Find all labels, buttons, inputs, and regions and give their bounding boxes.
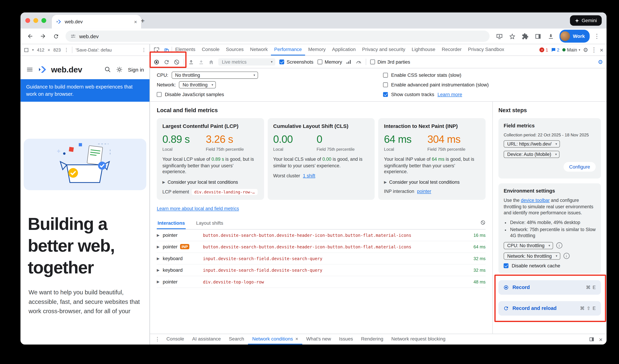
drawer-tab-network-conditions[interactable]: Network conditions× (248, 334, 302, 344)
interaction-node-link[interactable]: input.devsite-search-field.devsite-searc… (203, 267, 463, 272)
sign-in-link[interactable]: Sign in (128, 67, 144, 73)
memory-checkbox[interactable]: Memory (317, 59, 342, 65)
record-and-reload-button[interactable] (164, 59, 170, 65)
message-badge[interactable]: 2 (551, 47, 559, 52)
load-profile-button[interactable] (188, 59, 194, 65)
expand-icon[interactable]: ▶ (157, 280, 159, 284)
side-panel-button[interactable] (532, 31, 544, 42)
downloads-button[interactable] (545, 31, 556, 42)
minimize-window-button[interactable] (33, 18, 38, 23)
reload-button[interactable] (50, 31, 61, 42)
zoom-window-button[interactable] (42, 18, 46, 23)
tab-layout-shifts[interactable]: Layout shifts (195, 218, 224, 229)
device-toolbar-link[interactable]: device toolbar (521, 198, 550, 203)
expand-icon[interactable]: ▶ (157, 268, 159, 272)
cpu-throttling-select[interactable]: No throttling▾ (171, 71, 258, 79)
dock-side-icon[interactable] (589, 336, 595, 342)
close-devtools-icon[interactable]: × (600, 47, 603, 53)
bookmark-button[interactable] (506, 31, 518, 42)
save-profile-button[interactable] (198, 59, 204, 65)
search-icon[interactable] (105, 66, 111, 73)
site-brand[interactable]: web.dev (51, 65, 82, 74)
close-window-button[interactable] (25, 18, 30, 23)
record-and-reload-button-large[interactable]: Record and reload ⌘ ⇧ E (498, 301, 601, 316)
capture-settings-gear-icon[interactable]: ⚙ (598, 59, 603, 65)
drawer-tab-console[interactable]: Console (162, 334, 188, 344)
device-more-options-icon[interactable]: ⋮ (141, 47, 146, 53)
disable-js-samples-checkbox[interactable]: Disable JavaScript samples (157, 90, 383, 98)
drawer-tab-search[interactable]: Search (225, 334, 248, 344)
expand-icon[interactable]: ▶ (157, 256, 159, 260)
theme-toggle-icon[interactable] (116, 66, 123, 73)
tab-memory[interactable]: Memory (305, 44, 329, 56)
disable-network-cache-checkbox[interactable]: Disable network cache (504, 263, 596, 268)
device-frame-icon[interactable] (24, 47, 29, 52)
record-button[interactable] (154, 59, 160, 65)
chevron-down-icon[interactable]: ▾ (32, 48, 34, 52)
expand-icon[interactable]: ▶ (157, 233, 159, 237)
interaction-row[interactable]: ▶ pointer button.devsite-search-button.d… (157, 229, 486, 241)
tab-performance[interactable]: Performance (271, 44, 305, 56)
worst-cluster-link[interactable]: 1 shift (303, 173, 315, 178)
live-metrics-home-button[interactable] (208, 59, 214, 65)
cpu-throttle-icon[interactable] (356, 59, 362, 65)
paint-instrumentation-checkbox[interactable]: Enable advanced paint instrumentation (s… (383, 81, 603, 88)
tab-lighthouse[interactable]: Lighthouse (408, 44, 439, 56)
drawer-tab-ai-assistance[interactable]: AI assistance (188, 334, 225, 344)
interaction-node-link[interactable]: div.devsite-top-logo-row (203, 279, 463, 284)
env-cpu-select[interactable]: CPU: No throttling▾ (504, 242, 553, 249)
tab-sources[interactable]: Sources (223, 44, 247, 56)
inp-interaction-link[interactable]: pointer (417, 189, 431, 194)
back-button[interactable] (25, 31, 36, 42)
zoom-options-icon[interactable]: ⋮ (64, 47, 69, 53)
context-selector[interactable]: Main ▾ (562, 47, 580, 52)
interaction-node-link[interactable]: button.devsite-search-button.devsite-hea… (203, 233, 463, 238)
expand-icon[interactable]: ▶ (157, 245, 159, 249)
drawer-tab-network-request-blocking[interactable]: Network request blocking (387, 334, 450, 344)
tab-privacy-sandbox[interactable]: Privacy Sandbox (465, 44, 507, 56)
device-width-field[interactable]: 412 (37, 47, 44, 52)
browser-tab[interactable]: web.dev × (52, 15, 141, 28)
tab-recorder[interactable]: Recorder (439, 44, 465, 56)
field-url-select[interactable]: URL: https://web.dev/▾ (504, 140, 560, 148)
css-selector-stats-checkbox[interactable]: Enable CSS selector stats (slow) (383, 71, 603, 79)
webdev-logo-icon[interactable] (37, 65, 47, 74)
field-device-select[interactable]: Device: Auto (Mobile)▾ (504, 151, 560, 158)
interaction-row[interactable]: ▶ keyboard input.devsite-search-field.de… (157, 264, 486, 276)
tab-application[interactable]: Application (329, 44, 359, 56)
lcp-element-link[interactable]: div.devsite-landing-row-ite… (192, 189, 258, 195)
interaction-row[interactable]: ▶ pointerINP button.devsite-search-butto… (157, 241, 486, 252)
interaction-node-link[interactable]: input.devsite-search-field.devsite-searc… (203, 256, 463, 261)
address-bar[interactable]: web.dev (66, 31, 490, 42)
device-toolbar-toggle[interactable] (162, 44, 172, 56)
inspect-element-button[interactable] (152, 44, 162, 56)
network-throttling-select[interactable]: No throttling▾ (179, 81, 216, 88)
show-custom-tracks-checkbox[interactable]: Show custom tracks Learn more (383, 90, 603, 98)
tab-close-icon[interactable]: × (134, 19, 137, 24)
interaction-row[interactable]: ▶ pointer div.devsite-top-logo-row 48 ms (157, 276, 486, 288)
tab-network[interactable]: Network (247, 44, 271, 56)
learn-metrics-link[interactable]: Learn more about local and field metrics (157, 206, 239, 211)
close-icon[interactable]: × (295, 336, 298, 341)
info-icon[interactable]: i (556, 242, 562, 249)
env-network-select[interactable]: Network: No throttling▾ (504, 252, 560, 260)
record-button-large[interactable]: Record ⌘ E (498, 280, 601, 295)
drawer-tab-whats-new[interactable]: What's new (302, 334, 335, 344)
learn-more-link[interactable]: Learn more (437, 91, 462, 97)
profile-chip[interactable]: Work (560, 30, 590, 42)
clear-button[interactable] (174, 59, 180, 65)
network-throttle-icon[interactable] (346, 59, 352, 65)
install-app-button[interactable] (494, 31, 505, 42)
dim-3rd-parties-checkbox[interactable]: Dim 3rd parties (370, 59, 410, 65)
drawer-tab-rendering[interactable]: Rendering (357, 334, 387, 344)
clear-interactions-icon[interactable] (480, 220, 486, 227)
new-tab-button[interactable]: + (138, 16, 148, 26)
devtools-more-icon[interactable]: ⋮ (591, 46, 597, 53)
tab-console[interactable]: Console (198, 44, 223, 56)
error-badge[interactable]: × 1 (540, 47, 548, 52)
forward-button[interactable] (37, 31, 49, 42)
gemini-badge[interactable]: Gemini (570, 15, 602, 26)
throttling-dropdown[interactable]: 'Save-Data': defau (76, 47, 112, 52)
extensions-button[interactable] (520, 31, 531, 42)
drawer-tab-issues[interactable]: Issues (335, 334, 357, 344)
